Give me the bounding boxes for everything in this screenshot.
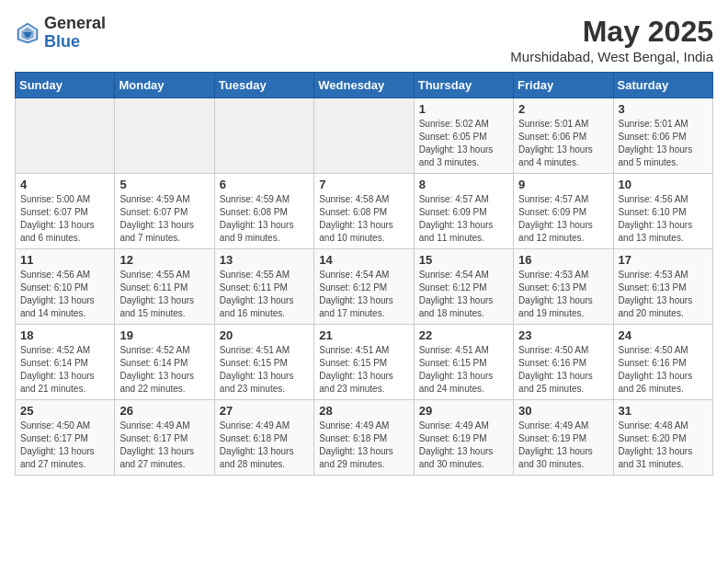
day-info: Sunrise: 4:49 AMSunset: 6:18 PMDaylight:… [319, 419, 408, 471]
calendar-day-cell: 10Sunrise: 4:56 AMSunset: 6:10 PMDayligh… [613, 174, 712, 249]
calendar-day-cell: 15Sunrise: 4:54 AMSunset: 6:12 PMDayligh… [414, 249, 513, 325]
day-number: 5 [119, 178, 209, 191]
day-of-week-header: Friday [514, 73, 613, 98]
day-info: Sunrise: 4:56 AMSunset: 6:10 PMDaylight:… [619, 193, 708, 245]
location-subtitle: Murshidabad, West Bengal, India [510, 49, 713, 64]
logo: General Blue [15, 15, 106, 52]
day-of-week-header: Monday [115, 73, 214, 98]
day-info: Sunrise: 4:54 AMSunset: 6:12 PMDaylight:… [319, 269, 408, 320]
calendar-day-cell: 31Sunrise: 4:48 AMSunset: 6:20 PMDayligh… [613, 400, 712, 476]
calendar-table: SundayMondayTuesdayWednesdayThursdayFrid… [15, 72, 713, 476]
calendar-day-cell: 24Sunrise: 4:50 AMSunset: 6:16 PMDayligh… [613, 325, 712, 400]
day-number: 26 [119, 404, 209, 418]
calendar-day-cell: 22Sunrise: 4:51 AMSunset: 6:15 PMDayligh… [414, 325, 513, 400]
calendar-day-cell: 18Sunrise: 4:52 AMSunset: 6:14 PMDayligh… [16, 325, 115, 400]
day-info: Sunrise: 4:56 AMSunset: 6:10 PMDaylight:… [20, 269, 109, 320]
calendar-day-cell: 2Sunrise: 5:01 AMSunset: 6:06 PMDaylight… [514, 98, 613, 174]
day-info: Sunrise: 4:57 AMSunset: 6:09 PMDaylight:… [419, 193, 508, 245]
day-number: 1 [419, 102, 508, 116]
day-info: Sunrise: 4:57 AMSunset: 6:09 PMDaylight:… [518, 193, 608, 245]
day-of-week-header: Sunday [16, 73, 115, 98]
calendar-day-cell: 29Sunrise: 4:49 AMSunset: 6:19 PMDayligh… [414, 400, 513, 476]
day-of-week-header: Wednesday [314, 73, 414, 98]
logo-icon [15, 20, 40, 46]
day-number: 3 [619, 102, 708, 116]
day-number: 22 [419, 328, 508, 342]
calendar-day-cell: 12Sunrise: 4:55 AMSunset: 6:11 PMDayligh… [115, 249, 214, 325]
day-number: 27 [220, 404, 309, 418]
day-info: Sunrise: 4:50 AMSunset: 6:16 PMDaylight:… [619, 344, 708, 396]
month-title: May 2025 [510, 15, 713, 49]
calendar-day-cell: 21Sunrise: 4:51 AMSunset: 6:15 PMDayligh… [314, 325, 414, 400]
day-number: 25 [20, 404, 109, 418]
calendar-day-cell: 30Sunrise: 4:49 AMSunset: 6:19 PMDayligh… [514, 400, 613, 476]
calendar-day-cell: 6Sunrise: 4:59 AMSunset: 6:08 PMDaylight… [214, 174, 313, 249]
day-info: Sunrise: 5:00 AMSunset: 6:07 PMDaylight:… [20, 193, 109, 245]
day-number: 17 [619, 253, 708, 267]
calendar-day-cell: 25Sunrise: 4:50 AMSunset: 6:17 PMDayligh… [16, 400, 115, 476]
calendar-week-row: 4Sunrise: 5:00 AMSunset: 6:07 PMDaylight… [16, 174, 713, 249]
day-info: Sunrise: 4:52 AMSunset: 6:14 PMDaylight:… [119, 344, 209, 396]
day-info: Sunrise: 4:52 AMSunset: 6:14 PMDaylight:… [20, 344, 109, 396]
title-section: May 2025 Murshidabad, West Bengal, India [510, 15, 713, 64]
calendar-day-cell [314, 98, 414, 174]
day-info: Sunrise: 4:53 AMSunset: 6:13 PMDaylight:… [619, 269, 708, 320]
day-info: Sunrise: 4:51 AMSunset: 6:15 PMDaylight:… [319, 344, 408, 396]
calendar-day-cell: 13Sunrise: 4:55 AMSunset: 6:11 PMDayligh… [214, 249, 313, 325]
calendar-day-cell: 1Sunrise: 5:02 AMSunset: 6:05 PMDaylight… [414, 98, 513, 174]
calendar-day-cell: 20Sunrise: 4:51 AMSunset: 6:15 PMDayligh… [214, 325, 313, 400]
calendar-day-cell: 11Sunrise: 4:56 AMSunset: 6:10 PMDayligh… [16, 249, 115, 325]
day-number: 4 [20, 178, 109, 191]
calendar-week-row: 25Sunrise: 4:50 AMSunset: 6:17 PMDayligh… [16, 400, 713, 476]
day-info: Sunrise: 4:59 AMSunset: 6:07 PMDaylight:… [119, 193, 209, 245]
calendar-week-row: 1Sunrise: 5:02 AMSunset: 6:05 PMDaylight… [16, 98, 713, 174]
calendar-day-cell: 27Sunrise: 4:49 AMSunset: 6:18 PMDayligh… [214, 400, 313, 476]
day-number: 10 [619, 178, 708, 191]
calendar-week-row: 11Sunrise: 4:56 AMSunset: 6:10 PMDayligh… [16, 249, 713, 325]
day-number: 31 [619, 404, 708, 418]
day-number: 18 [20, 328, 109, 342]
day-number: 7 [319, 178, 408, 191]
calendar-day-cell: 19Sunrise: 4:52 AMSunset: 6:14 PMDayligh… [115, 325, 214, 400]
calendar-header-row: SundayMondayTuesdayWednesdayThursdayFrid… [16, 73, 713, 98]
calendar-day-cell: 3Sunrise: 5:01 AMSunset: 6:06 PMDaylight… [613, 98, 712, 174]
calendar-day-cell [115, 98, 214, 174]
day-number: 29 [419, 404, 508, 418]
day-info: Sunrise: 4:49 AMSunset: 6:17 PMDaylight:… [119, 419, 209, 471]
day-of-week-header: Thursday [414, 73, 513, 98]
day-info: Sunrise: 4:48 AMSunset: 6:20 PMDaylight:… [619, 419, 708, 471]
day-number: 8 [419, 178, 508, 191]
calendar-day-cell: 26Sunrise: 4:49 AMSunset: 6:17 PMDayligh… [115, 400, 214, 476]
calendar-day-cell: 9Sunrise: 4:57 AMSunset: 6:09 PMDaylight… [514, 174, 613, 249]
calendar-day-cell [16, 98, 115, 174]
logo-general-text: General [44, 14, 106, 32]
day-number: 6 [220, 178, 309, 191]
day-info: Sunrise: 4:49 AMSunset: 6:19 PMDaylight:… [518, 419, 608, 471]
day-info: Sunrise: 4:51 AMSunset: 6:15 PMDaylight:… [220, 344, 309, 396]
day-info: Sunrise: 4:55 AMSunset: 6:11 PMDaylight:… [119, 269, 209, 320]
calendar-day-cell: 5Sunrise: 4:59 AMSunset: 6:07 PMDaylight… [115, 174, 214, 249]
day-info: Sunrise: 4:50 AMSunset: 6:16 PMDaylight:… [518, 344, 608, 396]
day-number: 13 [220, 253, 309, 267]
day-number: 15 [419, 253, 508, 267]
day-info: Sunrise: 4:49 AMSunset: 6:18 PMDaylight:… [220, 419, 309, 471]
day-info: Sunrise: 4:51 AMSunset: 6:15 PMDaylight:… [419, 344, 508, 396]
day-number: 23 [518, 328, 608, 342]
calendar-day-cell: 14Sunrise: 4:54 AMSunset: 6:12 PMDayligh… [314, 249, 414, 325]
day-number: 20 [220, 328, 309, 342]
day-info: Sunrise: 5:02 AMSunset: 6:05 PMDaylight:… [419, 118, 508, 169]
calendar-day-cell: 16Sunrise: 4:53 AMSunset: 6:13 PMDayligh… [514, 249, 613, 325]
day-of-week-header: Tuesday [214, 73, 313, 98]
day-of-week-header: Saturday [613, 73, 712, 98]
calendar-day-cell: 8Sunrise: 4:57 AMSunset: 6:09 PMDaylight… [414, 174, 513, 249]
day-info: Sunrise: 4:54 AMSunset: 6:12 PMDaylight:… [419, 269, 508, 320]
calendar-day-cell: 7Sunrise: 4:58 AMSunset: 6:08 PMDaylight… [314, 174, 414, 249]
day-info: Sunrise: 4:58 AMSunset: 6:08 PMDaylight:… [319, 193, 408, 245]
day-number: 28 [319, 404, 408, 418]
day-number: 14 [319, 253, 408, 267]
day-info: Sunrise: 5:01 AMSunset: 6:06 PMDaylight:… [518, 118, 608, 169]
calendar-day-cell: 4Sunrise: 5:00 AMSunset: 6:07 PMDaylight… [16, 174, 115, 249]
day-info: Sunrise: 4:59 AMSunset: 6:08 PMDaylight:… [220, 193, 309, 245]
day-info: Sunrise: 4:55 AMSunset: 6:11 PMDaylight:… [220, 269, 309, 320]
day-info: Sunrise: 5:01 AMSunset: 6:06 PMDaylight:… [619, 118, 708, 169]
